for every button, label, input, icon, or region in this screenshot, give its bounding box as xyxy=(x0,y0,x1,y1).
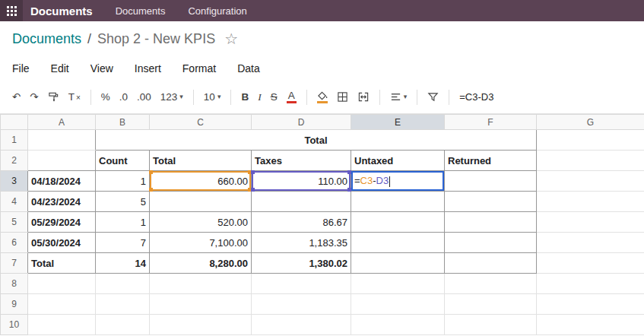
cell-F4[interactable] xyxy=(445,192,537,212)
row-header-9[interactable]: 9 xyxy=(1,294,28,315)
cell-D2-header-taxes[interactable]: Taxes xyxy=(252,151,351,171)
cell-A8[interactable] xyxy=(28,274,96,294)
column-header-e-active[interactable]: E xyxy=(351,115,445,130)
cell-F10[interactable] xyxy=(445,315,537,335)
nav-item-configuration[interactable]: Configuration xyxy=(188,5,246,17)
column-header-d[interactable]: D xyxy=(252,115,351,130)
cell-E2-header-untaxed[interactable]: Untaxed xyxy=(351,151,445,171)
cell-D5[interactable]: 86.67 xyxy=(252,212,351,233)
cell-A9[interactable] xyxy=(28,294,96,315)
increase-decimal-button[interactable]: .00 xyxy=(132,89,156,106)
active-cell-E3-editing[interactable]: =C3-D3 xyxy=(351,171,445,192)
format-percent-button[interactable]: % xyxy=(97,89,115,106)
cell-G8[interactable] xyxy=(537,274,644,294)
cell-D7-taxes-sum[interactable]: 1,380.02 xyxy=(252,253,351,274)
cell-A3-date[interactable]: 04/18/2024 xyxy=(28,171,96,192)
cell-E10[interactable] xyxy=(351,315,445,335)
redo-button[interactable]: ↷ xyxy=(25,89,43,106)
cell-content-display[interactable]: =C3-D3 xyxy=(455,91,493,103)
cell-F5[interactable] xyxy=(445,212,537,233)
cell-C9[interactable] xyxy=(150,294,252,315)
column-header-c[interactable]: C xyxy=(150,115,252,130)
undo-button[interactable]: ↶ xyxy=(8,89,25,106)
cell-F3[interactable] xyxy=(445,171,537,192)
row-header-6[interactable]: 6 xyxy=(1,233,28,253)
decrease-decimal-button[interactable]: .0 xyxy=(115,89,132,106)
cell-C3-formula-ref1[interactable]: 660.00 xyxy=(150,171,252,192)
bold-button[interactable]: B xyxy=(236,89,253,106)
cell-B3-count[interactable]: 1 xyxy=(96,171,150,192)
nav-item-documents[interactable]: Documents xyxy=(116,5,166,17)
cell-G10[interactable] xyxy=(537,315,644,335)
cell-E9[interactable] xyxy=(351,294,445,315)
cell-B7-total-count[interactable]: 14 xyxy=(96,253,150,274)
cell-C10[interactable] xyxy=(150,315,252,335)
cell-B4-count[interactable]: 5 xyxy=(96,192,150,212)
breadcrumb-parent-link[interactable]: Documents xyxy=(12,31,81,47)
cell-C5[interactable]: 520.00 xyxy=(150,212,252,233)
favorite-star-icon[interactable]: ☆ xyxy=(224,30,238,48)
column-header-g[interactable]: G xyxy=(537,115,644,130)
column-header-b[interactable]: B xyxy=(96,115,150,130)
cell-D10[interactable] xyxy=(252,315,351,335)
menu-data[interactable]: Data xyxy=(237,62,260,74)
cell-F7[interactable] xyxy=(445,253,537,274)
cell-G6[interactable] xyxy=(537,233,644,253)
menu-view[interactable]: View xyxy=(90,62,113,74)
menu-file[interactable]: File xyxy=(12,62,30,74)
cell-G2[interactable] xyxy=(537,151,644,171)
cell-D3-formula-ref2[interactable]: 110.00 xyxy=(252,171,351,192)
fill-color-button[interactable] xyxy=(312,88,332,106)
paint-format-button[interactable] xyxy=(43,88,64,106)
text-color-button[interactable]: A xyxy=(282,87,301,107)
cell-A10[interactable] xyxy=(28,315,96,335)
merge-cells-button[interactable] xyxy=(353,88,374,106)
cell-A1[interactable] xyxy=(28,130,96,151)
strikethrough-button[interactable]: S xyxy=(266,89,282,106)
cell-B5-count[interactable]: 1 xyxy=(96,212,150,233)
cell-G5[interactable] xyxy=(537,212,644,233)
cell-D8[interactable] xyxy=(252,274,351,294)
cell-D4[interactable] xyxy=(252,192,351,212)
column-header-a[interactable]: A xyxy=(28,115,96,130)
cell-F9[interactable] xyxy=(445,294,537,315)
borders-button[interactable] xyxy=(332,88,353,106)
filter-button[interactable] xyxy=(423,88,443,106)
font-size-button[interactable]: 10▾ xyxy=(199,89,226,106)
cell-G3[interactable] xyxy=(537,171,644,192)
cell-G1[interactable] xyxy=(537,130,644,151)
cell-C7-total-sum[interactable]: 8,280.00 xyxy=(150,253,252,274)
cell-E5[interactable] xyxy=(351,212,445,233)
cell-E8[interactable] xyxy=(351,274,445,294)
cell-E7[interactable] xyxy=(351,253,445,274)
merged-title-cell[interactable]: Total xyxy=(96,130,537,151)
cell-C4[interactable] xyxy=(150,192,252,212)
row-header-10[interactable]: 10 xyxy=(1,315,28,335)
cell-F2-header-returned[interactable]: Returned xyxy=(445,151,537,171)
cell-B8[interactable] xyxy=(96,274,150,294)
cell-F6[interactable] xyxy=(445,233,537,253)
cell-A4-date[interactable]: 04/23/2024 xyxy=(28,192,96,212)
cell-C8[interactable] xyxy=(150,274,252,294)
menu-format[interactable]: Format xyxy=(182,62,216,74)
italic-button[interactable]: I xyxy=(253,89,266,106)
more-formats-button[interactable]: 123▾ xyxy=(156,89,188,106)
cell-D9[interactable] xyxy=(252,294,351,315)
cell-F8[interactable] xyxy=(445,274,537,294)
cell-G9[interactable] xyxy=(537,294,644,315)
row-header-7[interactable]: 7 xyxy=(1,253,28,274)
cell-B6-count[interactable]: 7 xyxy=(96,233,150,253)
cell-A2[interactable] xyxy=(28,151,96,171)
apps-menu-button[interactable] xyxy=(0,0,23,21)
row-header-4[interactable]: 4 xyxy=(1,192,28,212)
cell-B2-header-count[interactable]: Count xyxy=(96,151,150,171)
cell-A7-total-label[interactable]: Total xyxy=(28,253,96,274)
select-all-corner[interactable] xyxy=(1,115,28,130)
row-header-1[interactable]: 1 xyxy=(1,130,28,151)
cell-D6[interactable]: 1,183.35 xyxy=(252,233,351,253)
cell-G4[interactable] xyxy=(537,192,644,212)
cell-A6-date[interactable]: 05/30/2024 xyxy=(28,233,96,253)
menu-insert[interactable]: Insert xyxy=(135,62,161,74)
cell-B9[interactable] xyxy=(96,294,150,315)
menu-edit[interactable]: Edit xyxy=(51,62,69,74)
